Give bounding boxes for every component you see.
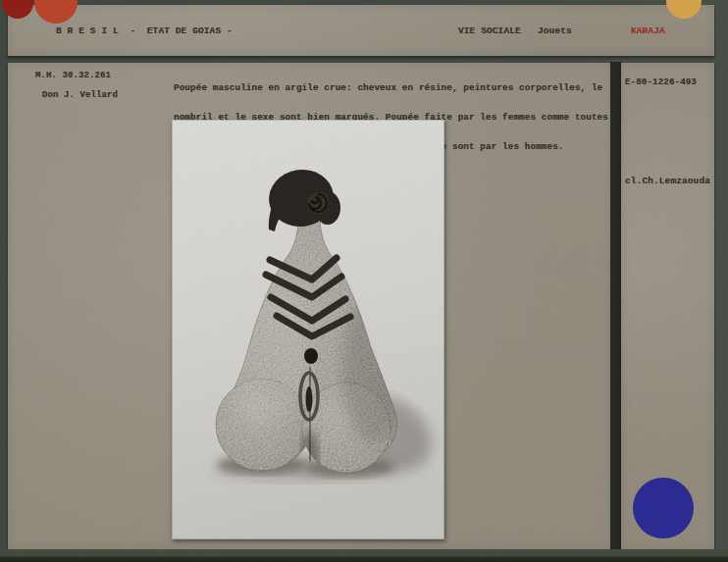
vertical-divider [610, 62, 621, 550]
figurine-photograph [172, 120, 444, 539]
negative-number: E-80-1226-493 [625, 77, 697, 87]
figurine-illustration [172, 120, 444, 539]
navel-mark [304, 348, 318, 364]
region-label: B R E S I L - ETAT DE GOIAS - [56, 26, 233, 36]
catalog-card: B R E S I L - ETAT DE GOIAS - VIE SOCIAL… [0, 0, 728, 562]
description-line: Poupée masculine en argile crue: cheveux… [174, 83, 608, 93]
subcategory-label: Jouets [538, 26, 572, 36]
photo-credit: cl.Ch.Lemzaouda [625, 177, 710, 186]
donor-label: Don J. Vellard [42, 90, 118, 100]
inventory-number: M.H. 30.32.261 [35, 71, 111, 80]
ethnic-group-label: KARAJA [631, 26, 665, 36]
bottom-frame-band [0, 549, 728, 562]
right-column-panel [621, 63, 714, 549]
blue-dot [633, 478, 694, 538]
category-label: VIE SOCIALE [458, 26, 521, 36]
